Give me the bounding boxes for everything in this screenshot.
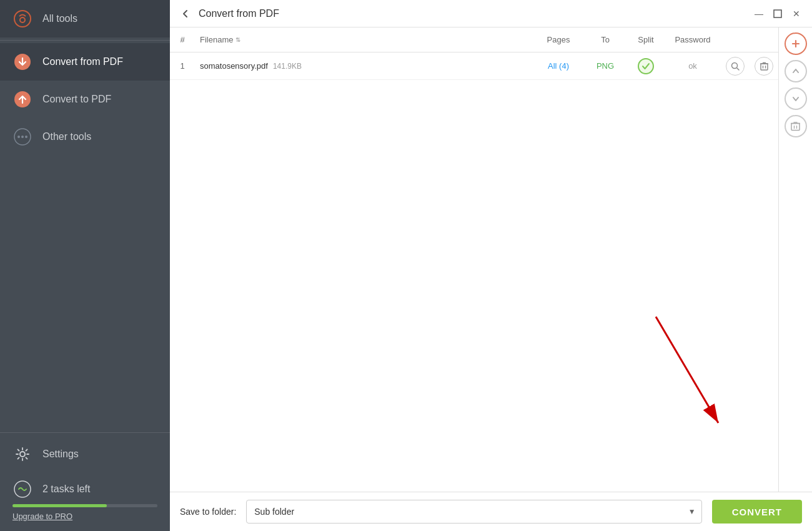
titlebar-left: Convert from PDF [180, 8, 279, 19]
sidebar-item-settings[interactable]: Settings [0, 435, 170, 473]
folder-select-wrap: Sub folder ▼ [246, 500, 701, 524]
convert-from-pdf-icon [12, 52, 32, 72]
sidebar-all-tools-label: All tools [42, 13, 77, 24]
titlebar: Convert from PDF — ✕ [170, 0, 812, 27]
sort-icon: ⇅ [235, 36, 240, 43]
folder-select[interactable]: Sub folder [246, 500, 701, 524]
cell-delete[interactable] [750, 57, 778, 76]
table-body: 1 somatosensory.pdf 141.9KB All (4) PNG [170, 52, 778, 492]
convert-button[interactable]: CONVERT [712, 500, 802, 524]
file-table: # Filename ⇅ Pages To Split Password 1 [170, 27, 778, 492]
svg-rect-10 [774, 10, 781, 17]
upgrade-link[interactable]: Upgrade to PRO [12, 512, 72, 521]
sidebar-item-other-tools[interactable]: Other tools [0, 118, 170, 156]
cell-search[interactable] [721, 57, 750, 76]
add-file-button[interactable] [785, 32, 807, 55]
sidebar-convert-to-pdf-label: Convert to PDF [42, 94, 111, 105]
filename-text: somatosensory.pdf [200, 61, 268, 71]
convert-to-pdf-icon [12, 89, 32, 109]
sidebar-divider-1 [0, 40, 170, 41]
sidebar-spacer [0, 156, 170, 430]
pages-link[interactable]: All (4) [548, 61, 569, 71]
move-down-button[interactable] [785, 87, 807, 110]
delete-all-button[interactable] [785, 115, 807, 137]
password-status: ok [688, 61, 697, 71]
sidebar-item-convert-from-pdf[interactable]: Convert from PDF [0, 43, 170, 81]
sidebar-divider-2 [0, 432, 170, 433]
close-button[interactable]: ✕ [791, 8, 802, 19]
sidebar-settings-label: Settings [42, 449, 79, 460]
cell-filename: somatosensory.pdf 141.9KB [195, 61, 533, 71]
settings-icon [12, 444, 32, 464]
other-tools-icon [12, 127, 32, 147]
filesize-text: 141.9KB [273, 62, 302, 71]
svg-point-11 [732, 62, 738, 68]
col-pages: Pages [533, 35, 583, 44]
maximize-button[interactable] [772, 8, 783, 19]
svg-rect-12 [761, 64, 768, 70]
minimize-button[interactable]: — [753, 8, 765, 19]
sidebar: All tools Convert from PDF Convert to PD… [0, 0, 170, 531]
right-panel [778, 27, 812, 492]
svg-point-1 [20, 17, 25, 22]
format-link[interactable]: PNG [597, 61, 614, 71]
col-password: Password [665, 35, 721, 44]
all-tools-icon [12, 9, 32, 29]
col-split: Split [627, 35, 665, 44]
svg-point-5 [17, 136, 20, 138]
cell-to[interactable]: PNG [583, 61, 627, 71]
sidebar-item-all-tools[interactable]: All tools [0, 0, 170, 37]
progress-bar [12, 504, 157, 507]
page-title: Convert from PDF [199, 8, 279, 19]
table-row: 1 somatosensory.pdf 141.9KB All (4) PNG [170, 52, 778, 80]
tasks-icon [12, 479, 32, 499]
tasks-left-item: 2 tasks left [12, 479, 157, 504]
tasks-section: 2 tasks left Upgrade to PRO [0, 473, 170, 531]
svg-point-6 [21, 136, 24, 138]
col-num: # [170, 35, 195, 44]
tasks-left-label: 2 tasks left [42, 484, 90, 495]
cell-pages[interactable]: All (4) [533, 61, 583, 71]
progress-fill [12, 504, 107, 507]
main-content: Convert from PDF — ✕ # Filename ⇅ Pages [170, 0, 812, 531]
cell-num: 1 [170, 61, 195, 71]
sidebar-item-convert-to-pdf[interactable]: Convert to PDF [0, 81, 170, 118]
svg-rect-13 [791, 124, 800, 131]
move-up-button[interactable] [785, 60, 807, 82]
sidebar-convert-from-pdf-label: Convert from PDF [42, 56, 123, 67]
search-row-button[interactable] [726, 57, 745, 76]
col-to: To [583, 35, 627, 44]
col-filename: Filename ⇅ [195, 35, 533, 44]
svg-point-8 [20, 452, 25, 457]
cell-split[interactable] [627, 58, 665, 74]
back-button[interactable] [180, 8, 191, 19]
save-to-folder-label: Save to folder: [180, 507, 236, 517]
svg-point-7 [25, 136, 27, 138]
split-checkbox[interactable] [638, 58, 654, 74]
cell-password: ok [665, 61, 721, 71]
table-header: # Filename ⇅ Pages To Split Password [170, 27, 778, 52]
delete-row-button[interactable] [755, 57, 773, 76]
window-controls: — ✕ [753, 8, 802, 19]
svg-point-0 [14, 11, 31, 27]
bottom-bar: Save to folder: Sub folder ▼ CONVERT [170, 492, 812, 531]
table-container: # Filename ⇅ Pages To Split Password 1 [170, 27, 812, 492]
sidebar-other-tools-label: Other tools [42, 131, 91, 142]
